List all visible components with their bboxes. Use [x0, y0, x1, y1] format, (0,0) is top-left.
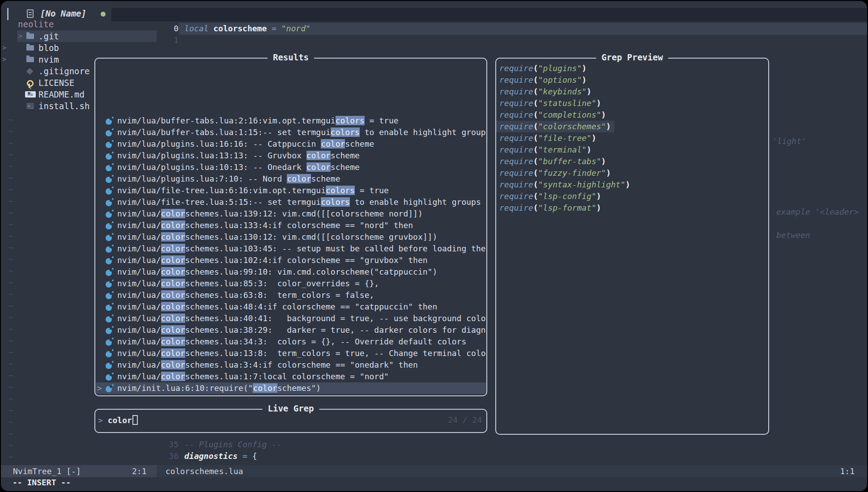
file-tree-item-label: README.md: [38, 89, 85, 100]
empty-line-tilde: ~: [9, 207, 13, 219]
empty-line-tilde: ~: [9, 440, 13, 451]
statusline-cursor-position: 1:1: [840, 465, 855, 477]
empty-line-tilde: ~: [9, 428, 13, 440]
preview-code-line: require("buffer-tabs"): [496, 156, 768, 167]
prompt-caret-icon: >: [98, 416, 103, 425]
match-highlight: color: [253, 383, 277, 393]
mode-indicator: -- INSERT --: [13, 478, 71, 487]
result-text: nvim/lua/plugins.lua:10:13: -- Onedark c…: [117, 161, 486, 173]
result-row[interactable]: >nvim/lua/plugins.lua:16:16: -- Catppucc…: [96, 138, 486, 150]
empty-line-markers: ~~~~~~~~~~~~~~~~~~~~~~~~~~~~~~: [9, 114, 13, 463]
result-row[interactable]: >nvim/lua/colorschemes.lua:99:10: vim.cm…: [96, 266, 486, 278]
match-highlight: color: [161, 209, 185, 218]
result-row[interactable]: >nvim/lua/buffer-tabs.lua:2:16:vim.opt.t…: [96, 115, 486, 127]
result-row[interactable]: >nvim/lua/plugins.lua:13:13: -- Gruvbox …: [96, 150, 486, 161]
result-row[interactable]: >nvim/lua/colorschemes.lua:63:8: term_co…: [96, 289, 486, 301]
result-row[interactable]: >nvim/lua/colorschemes.lua:3:4:if colors…: [96, 359, 486, 371]
gitignore-icon: [26, 68, 34, 75]
result-row[interactable]: >nvim/lua/colorschemes.lua:133:4:if colo…: [96, 220, 486, 231]
file-tree-item-label: .gitignore: [38, 65, 89, 77]
empty-line-tilde: ~: [9, 382, 13, 393]
file-tree-item-label: nvim: [38, 54, 59, 65]
live-grep-input[interactable]: > color: [98, 415, 138, 425]
lua-file-icon: [106, 315, 114, 322]
match-highlight: color: [161, 279, 185, 288]
lua-file-icon: [106, 199, 114, 206]
terminal-window: [No Name] 0local colorscheme = "nord"1 3…: [1, 1, 867, 491]
line-number: 0: [160, 23, 179, 34]
result-row[interactable]: >nvim/lua/buffer-tabs.lua:1:15:-- set te…: [96, 127, 486, 138]
result-row[interactable]: >nvim/lua/file-tree.lua:5:15:-- set term…: [96, 196, 486, 208]
result-text: nvim/lua/plugins.lua:16:16: -- Catppucci…: [117, 138, 486, 150]
selection-caret-icon: >: [97, 382, 102, 394]
lua-file-icon: [106, 152, 114, 160]
match-highlight: color: [161, 337, 185, 346]
match-highlight: color: [161, 221, 185, 230]
tab-noname[interactable]: [No Name]: [40, 8, 86, 18]
result-row[interactable]: >nvim/lua/colorschemes.lua:102:4:if colo…: [96, 254, 486, 266]
search-query: color: [108, 416, 132, 425]
result-row[interactable]: >nvim/lua/colorschemes.lua:139:12: vim.c…: [96, 208, 486, 220]
preview-code-line: require("file-tree"): [496, 132, 768, 144]
match-highlight: colors: [336, 116, 365, 125]
empty-line-tilde: ~: [9, 277, 13, 288]
result-text: nvim/lua/colorschemes.lua:133:4:if color…: [117, 220, 486, 231]
statusline-file-name: colorschemes.lua: [166, 465, 243, 477]
empty-line-tilde: ~: [9, 265, 13, 277]
match-highlight: color: [161, 290, 185, 300]
result-row[interactable]: >nvim/lua/colorschemes.lua:85:3: color_o…: [96, 278, 486, 289]
file-tree-item--git[interactable]: >.git: [17, 30, 157, 42]
results-counter: 24 / 24: [448, 415, 482, 424]
preview-code-line: require("terminal"): [496, 144, 768, 156]
result-row[interactable]: >nvim/lua/plugins.lua:10:13: -- Onedark …: [96, 161, 486, 173]
preview-code-line: require("lsp-config"): [496, 191, 768, 202]
empty-line-tilde: ~: [9, 451, 13, 463]
empty-line-tilde: ~: [9, 312, 13, 323]
preview-code-line: require("colorschemes"): [496, 121, 768, 132]
statusline-buffer-name: NvimTree_1 [-]: [13, 465, 81, 477]
result-row[interactable]: >nvim/lua/file-tree.lua:6:16:vim.opt.ter…: [96, 185, 486, 196]
live-grep-title: Live Grep: [263, 403, 319, 413]
match-highlight: color: [161, 255, 185, 265]
empty-line-tilde: ~: [9, 184, 13, 195]
result-text: nvim/init.lua:6:10:require("colorschemes…: [117, 382, 486, 394]
result-row[interactable]: >nvim/lua/colorschemes.lua:34:3: colors …: [96, 336, 486, 348]
lua-file-icon: [106, 129, 114, 136]
result-text: nvim/lua/colorschemes.lua:63:8: term_col…: [117, 289, 486, 301]
chevron-right-icon: >: [2, 42, 6, 54]
result-row[interactable]: >nvim/lua/colorschemes.lua:48:4:if color…: [96, 301, 486, 313]
file-tree-item-label: install.sh: [38, 100, 89, 112]
result-row[interactable]: >nvim/lua/colorschemes.lua:40:41: backgr…: [96, 313, 486, 324]
result-row[interactable]: >nvim/lua/colorschemes.lua:1:7:local col…: [96, 371, 486, 382]
result-text: nvim/lua/colorschemes.lua:3:4:if colorsc…: [117, 359, 486, 371]
modified-dot-icon: [101, 12, 106, 17]
background-code-text: example '<leader>: [776, 206, 859, 218]
match-highlight: colors: [321, 197, 350, 207]
statusline-tree-position: 2:1: [132, 465, 147, 477]
result-row[interactable]: >nvim/lua/plugins.lua:7:10: -- Nord colo…: [96, 173, 486, 185]
preview-code-line: require("syntax-highlight"): [496, 179, 768, 191]
tabline-fill: [111, 8, 867, 21]
lua-file-icon: [106, 350, 114, 357]
result-row[interactable]: >nvim/init.lua:6:10:require("colorscheme…: [96, 382, 486, 394]
lua-file-icon: [106, 140, 114, 148]
line-number: 35: [160, 439, 179, 450]
result-row[interactable]: >nvim/lua/colorschemes.lua:103:45: -- se…: [96, 243, 486, 254]
empty-line-tilde: ~: [9, 172, 13, 184]
result-text: nvim/lua/colorschemes.lua:139:12: vim.cm…: [117, 208, 486, 220]
result-row[interactable]: >nvim/lua/colorschemes.lua:130:12: vim.c…: [96, 231, 486, 243]
empty-line-tilde: ~: [9, 195, 13, 207]
live-grep-panel: Live Grep > color 24 / 24: [94, 409, 487, 433]
match-highlight: color: [161, 348, 185, 358]
lua-file-icon: [106, 268, 114, 276]
file-tree-item-blob[interactable]: >blob: [1, 42, 157, 54]
lua-file-icon: [106, 327, 114, 334]
preview-code-line: require("completions"): [496, 109, 768, 121]
empty-line-tilde: ~: [9, 323, 13, 335]
result-row[interactable]: >nvim/lua/colorschemes.lua:38:29: darker…: [96, 324, 486, 336]
result-row[interactable]: >nvim/lua/colorschemes.lua:13:8: term_co…: [96, 348, 486, 359]
result-text: nvim/lua/colorschemes.lua:40:41: backgro…: [117, 313, 486, 324]
file-tree-item-label: blob: [38, 42, 59, 54]
match-highlight: color: [161, 232, 185, 242]
empty-line-tilde: ~: [9, 347, 13, 358]
